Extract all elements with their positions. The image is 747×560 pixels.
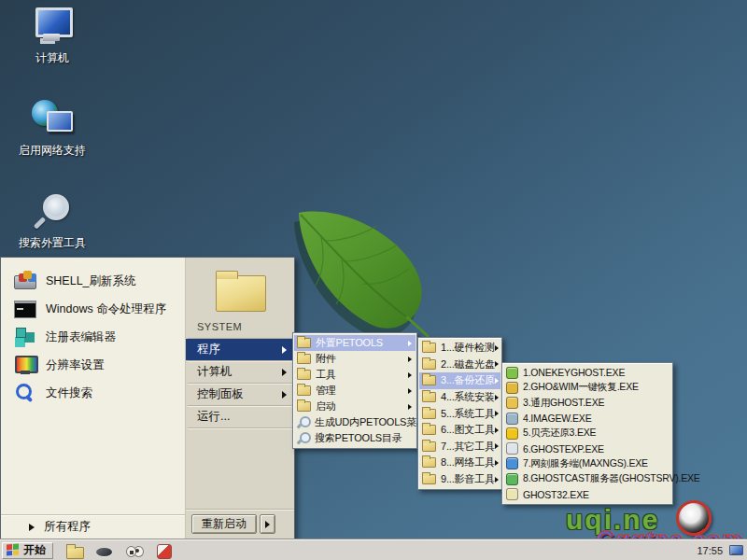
submenu-item[interactable]: GHOST32.EXE	[503, 486, 671, 501]
system-tray: 17:55	[697, 544, 747, 556]
start-menu-program-item[interactable]: 文件搜索	[1, 379, 185, 407]
submenu-item-icon	[422, 457, 436, 468]
submenu-item-label: 7...其它工具	[441, 440, 495, 454]
program-icon	[14, 383, 36, 403]
start-menu-nav-item[interactable]: 程序	[186, 339, 294, 360]
program-icon	[14, 271, 36, 291]
submenu-item[interactable]: 7...其它工具	[419, 439, 500, 455]
program-icon	[14, 355, 36, 375]
program-icon	[14, 299, 36, 319]
chevron-right-icon	[495, 345, 499, 351]
network-tray-icon[interactable]	[728, 544, 743, 556]
quick-launch-icon[interactable]	[66, 543, 83, 558]
submenu-item-icon	[422, 392, 436, 402]
desktop-icon[interactable]: 计算机	[6, 6, 99, 66]
submenu-item[interactable]: 2...磁盘光盘	[419, 357, 500, 373]
chevron-right-icon	[408, 341, 412, 346]
submenu-item[interactable]: 5...系统工具	[419, 405, 500, 422]
chevron-right-icon	[495, 443, 499, 449]
chevron-right-icon	[282, 346, 287, 354]
submenu-item[interactable]: 3...备份还原	[419, 372, 500, 389]
submenu-item-icon	[297, 370, 311, 380]
desktop-icon[interactable]: 搜索外置工具	[6, 190, 99, 251]
program-label: Windows 命令处理程序	[46, 301, 166, 317]
submenu-item-label: 4...系统安装	[441, 390, 495, 404]
submenu-item[interactable]: 附件	[294, 351, 416, 367]
exe-app-icon	[506, 382, 518, 394]
submenu-item[interactable]: 2.GHO&WIM一键恢复.EXE	[503, 380, 671, 395]
chevron-right-icon	[495, 411, 499, 416]
submenu-item[interactable]: 启动	[294, 399, 416, 414]
submenu-item-icon	[422, 474, 436, 484]
start-menu-program-item[interactable]: 分辨率设置	[1, 351, 185, 379]
program-label: 分辨率设置	[46, 357, 105, 373]
exe-app-icon	[506, 488, 518, 500]
restart-button[interactable]: 重新启动	[191, 514, 257, 534]
start-menu-program-item[interactable]: SHELL_刷新系统	[1, 267, 185, 295]
submenu-item[interactable]: 7.网刻服务端(MAXNGS).EXE	[503, 456, 671, 471]
desktop-icon-label: 计算机	[35, 50, 69, 66]
start-menu-nav-item[interactable]: 控制面板	[186, 384, 294, 405]
submenu-item[interactable]: 1...硬件检测	[419, 340, 500, 357]
submenu-item-label: 5.贝壳还原3.EXE	[523, 427, 668, 440]
submenu-item[interactable]: 9...影音工具	[419, 471, 500, 488]
start-menu-nav-item[interactable]: 计算机	[186, 361, 294, 383]
chevron-right-icon	[408, 372, 412, 378]
submenu-item-label: 1.ONEKEYGHOST.EXE	[523, 367, 668, 378]
submenu-item-label: 3...备份还原	[441, 373, 495, 387]
exe-app-icon	[506, 397, 518, 409]
submenu-item[interactable]: 搜索PETOOLS目录	[294, 430, 416, 446]
start-button[interactable]: 开始	[2, 542, 53, 559]
submenu-item-label: 工具	[316, 368, 408, 382]
program-label: 文件搜索	[46, 385, 92, 401]
desktop-icon-art	[32, 98, 73, 139]
start-menu-right-column: SYSTEM 程序 计算机	[186, 258, 294, 539]
submenu-item[interactable]: 6.GHOSTEXP.EXE	[503, 441, 671, 455]
chevron-right-icon	[495, 395, 499, 400]
chevron-right-icon	[495, 427, 499, 433]
submenu-item-icon	[422, 359, 436, 370]
start-menu-program-item[interactable]: 注册表编辑器	[1, 323, 185, 351]
all-programs-button[interactable]: 所有程序	[1, 514, 185, 539]
submenu-item[interactable]: 生成UD内PETOOLS菜单	[294, 414, 416, 430]
desktop-icon-art	[32, 6, 73, 47]
desktop-icon-art	[32, 190, 73, 231]
submenu-item[interactable]: 5.贝壳还原3.EXE	[503, 426, 671, 441]
exe-app-icon	[506, 427, 518, 440]
submenu-item[interactable]: 3.通用GHOST.EXE	[503, 396, 671, 411]
submenu-item-icon	[422, 375, 436, 385]
submenu-item[interactable]: 外置PETOOLS	[294, 335, 416, 351]
program-label: 注册表编辑器	[46, 329, 116, 345]
program-icon	[14, 327, 36, 347]
submenu-item-label: 7.网刻服务端(MAXNGS).EXE	[523, 457, 668, 470]
exe-app-icon	[506, 413, 518, 425]
submenu-item-icon	[422, 343, 436, 353]
submenu-item[interactable]: 管理	[294, 383, 416, 399]
desktop-icon[interactable]: 启用网络支持	[6, 98, 99, 159]
submenu-item[interactable]: 8...网络工具	[419, 455, 500, 471]
start-menu-program-item[interactable]: Windows 命令处理程序	[1, 295, 185, 323]
quick-launch-icon[interactable]	[126, 543, 143, 558]
start-menu-nav-item[interactable]: 运行...	[186, 406, 294, 427]
submenu-item-icon	[297, 385, 311, 396]
chevron-right-icon	[495, 477, 499, 483]
submenu-item[interactable]: 4.IMAGEW.EXE	[503, 411, 671, 426]
restart-options-button[interactable]	[260, 514, 275, 534]
start-menu-nav-list: 程序 计算机	[186, 339, 294, 428]
submenu-item-label: 9...影音工具	[441, 472, 495, 486]
submenu-categories: 1...硬件检测 2...磁盘光盘 3...备份还原 4...系统安装	[417, 337, 502, 490]
nav-item-label: 程序	[197, 342, 282, 357]
submenu-item[interactable]: 4...系统安装	[419, 389, 500, 406]
submenu-item[interactable]: 6...图文工具	[419, 422, 500, 439]
exe-app-icon	[506, 457, 518, 469]
submenu-item-icon	[297, 432, 310, 444]
submenu-item[interactable]: 工具	[294, 367, 416, 383]
nav-item-label: 控制面板	[197, 386, 282, 402]
submenu-item-icon	[422, 425, 436, 435]
nav-item-label: 计算机	[197, 364, 282, 380]
submenu-backup-tools: 1.ONEKEYGHOST.EXE 2.GHO&WIM一键恢复.EXE 3.通用…	[501, 362, 673, 505]
quick-launch-icon[interactable]	[96, 543, 113, 558]
submenu-item[interactable]: 8.GHOSTCAST服务器(GHOSTSRV).EXE	[503, 471, 671, 486]
quick-launch-icon[interactable]	[156, 543, 173, 558]
submenu-item[interactable]: 1.ONEKEYGHOST.EXE	[503, 365, 671, 380]
